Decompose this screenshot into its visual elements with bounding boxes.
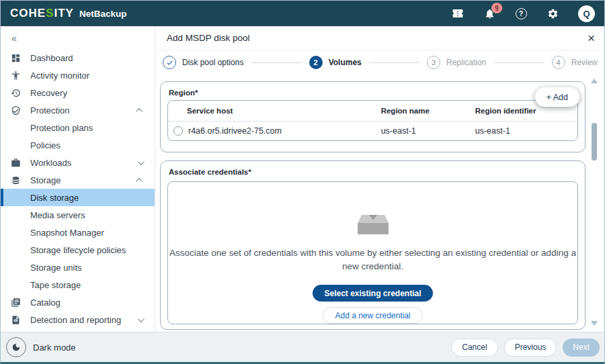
storage-icon [10,175,22,186]
sidebar-item-catalog[interactable]: Catalog [1,293,155,311]
wizard-panel: Add MSDP disk pool × Disk pool options 2… [156,26,604,332]
credentials-section: Associate credentials* Associate one set… [160,161,586,330]
region-section: Region* + Add Service host Region name R… [160,81,586,152]
region-row-radio[interactable] [173,126,183,136]
sidebar: « Dashboard Activity monitor Recovery Pr… [1,26,155,332]
sidebar-item-storage-units[interactable]: Storage units [1,259,155,276]
notifications-icon[interactable]: 9 [483,7,495,19]
ticket-icon[interactable] [452,7,464,19]
column-region-identifier: Region identifier [475,107,577,115]
region-label: Region* [161,82,585,97]
product-name: NetBackup [79,9,127,19]
cancel-button[interactable]: Cancel [451,338,497,357]
footer-buttons: Cancel Previous Next [451,338,600,357]
credentials-empty-state: Associate one set of credentials with th… [167,181,578,324]
sidebar-item-disk-storage[interactable]: Disk storage [1,189,155,206]
page-title: Add MSDP disk pool [167,33,250,43]
settings-icon[interactable] [547,7,559,19]
table-row[interactable]: r4a6.or5.idrivee2-75.com us-east-1 us-ea… [168,122,577,140]
next-button[interactable]: Next [563,338,600,357]
region-table: Service host Region name Region identifi… [167,100,578,141]
sidebar-item-snapshot-manager[interactable]: Snapshot Manager [1,224,155,241]
add-new-credential-button[interactable]: Add a new credential [323,307,422,324]
column-region-name: Region name [381,107,475,115]
empty-tray-icon [358,214,389,238]
topbar: COHESITY NetBackup 9 ? Q [1,1,604,26]
user-avatar[interactable]: Q [578,5,595,22]
chevron-down-icon [138,158,145,165]
column-service-host: Service host [168,107,381,115]
recovery-icon [10,87,22,99]
sidebar-collapse-button[interactable]: « [1,30,155,49]
moon-icon [6,337,26,357]
brand-logo: COHESITY NetBackup [10,7,126,20]
wizard-stepper: Disk pool options 2 Volumes 3 Replicatio… [156,50,604,75]
sidebar-item-policies[interactable]: Policies [1,136,155,154]
scrollbar[interactable] [590,76,598,328]
chevron-up-icon [136,107,143,114]
sidebar-item-storage-lifecycle-policies[interactable]: Storage lifecycle policies [1,241,155,259]
add-region-button[interactable]: + Add [535,87,579,107]
app-window: COHESITY NetBackup 9 ? Q « Dashboard [0,0,605,364]
protection-icon [10,105,22,116]
sidebar-item-media-servers[interactable]: Media servers [1,206,155,224]
footer-bar: Dark mode Cancel Previous Next [1,332,604,362]
wizard-header: Add MSDP disk pool × [156,26,604,50]
dashboard-icon [10,52,22,64]
credentials-message: Associate one set of credentials with th… [168,246,577,273]
workloads-icon [10,157,22,169]
sidebar-item-protection-plans[interactable]: Protection plans [1,119,155,136]
sidebar-item-protection[interactable]: Protection [1,101,155,119]
check-icon [163,56,176,69]
region-table-header: Service host Region name Region identifi… [168,101,577,122]
step-volumes[interactable]: 2 Volumes [309,56,362,69]
chevron-up-icon [136,177,143,184]
scrollbar-thumb[interactable] [592,123,597,161]
sidebar-item-activity-monitor[interactable]: Activity monitor [1,66,155,84]
scroll-up-icon[interactable] [591,79,598,83]
activity-monitor-icon [10,70,22,81]
cohesity-logo: COHESITY [10,7,74,20]
previous-button[interactable]: Previous [504,338,557,357]
sidebar-item-recovery[interactable]: Recovery [1,84,155,101]
chevron-down-icon [138,316,145,322]
sidebar-item-storage[interactable]: Storage [1,171,155,189]
wizard-content: Region* + Add Service host Region name R… [160,81,586,332]
catalog-icon [10,297,22,308]
credentials-label: Associate credentials* [161,161,585,176]
step-replication[interactable]: 3 Replication [427,56,486,69]
step-disk-pool-options[interactable]: Disk pool options [163,56,243,69]
topbar-actions: 9 ? Q [452,5,595,22]
detection-reporting-icon [10,314,22,326]
step-connector [251,62,301,63]
sidebar-item-workloads[interactable]: Workloads [1,154,155,171]
help-icon[interactable]: ? [515,7,527,19]
step-connector [369,62,419,63]
dark-mode-toggle[interactable]: Dark mode [6,337,76,357]
scroll-down-icon[interactable] [591,321,598,326]
step-connector [493,62,544,63]
sidebar-item-dashboard[interactable]: Dashboard [1,49,155,66]
notification-badge: 9 [491,3,502,13]
close-icon[interactable]: × [588,32,595,44]
step-review[interactable]: 4 Review [552,56,598,69]
sidebar-item-detection-and-reporting[interactable]: Detection and reporting [1,311,155,328]
sidebar-item-tape-storage[interactable]: Tape storage [1,276,155,293]
select-existing-credential-button[interactable]: Select existing credential [313,285,432,302]
